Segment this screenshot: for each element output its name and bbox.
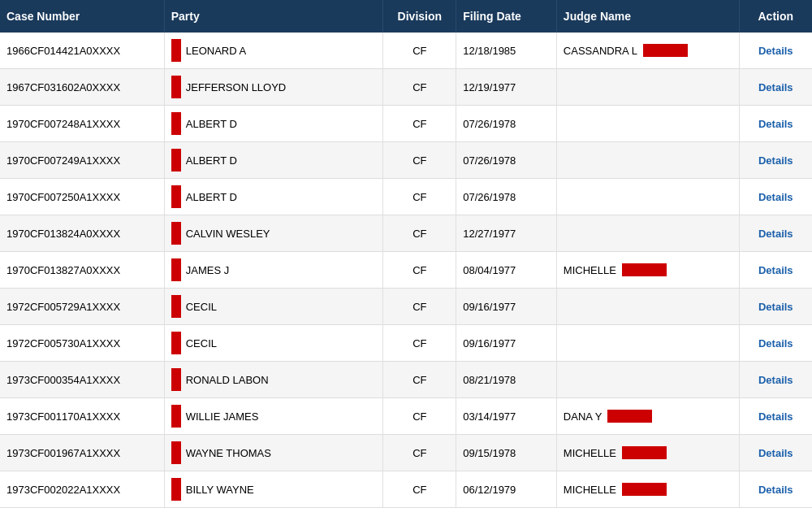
action-cell: Details	[739, 142, 812, 179]
details-link[interactable]: Details	[758, 410, 793, 423]
judge-redacted-bar	[622, 446, 667, 459]
table-row: 1970CF013824A0XXXXCALVIN WESLEYCF12/27/1…	[0, 215, 812, 252]
case-number-cell: 1972CF005730A1XXXX	[0, 325, 164, 362]
details-link[interactable]: Details	[758, 484, 793, 496]
filing-date-cell: 08/21/1978	[456, 362, 557, 398]
party-cell: ALBERT D	[164, 179, 383, 215]
judge-name-cell	[556, 362, 739, 398]
action-cell: Details	[739, 179, 812, 215]
judge-name-cell	[556, 325, 739, 362]
details-link[interactable]: Details	[758, 447, 793, 459]
table-row: 1972CF005730A1XXXXCECILCF09/16/1977Detai…	[0, 325, 812, 362]
division-cell: CF	[383, 471, 456, 508]
table-row: 1966CF014421A0XXXXLEONARD ACF12/18/1985C…	[0, 33, 812, 69]
action-cell: Details	[739, 289, 812, 325]
details-link[interactable]: Details	[758, 154, 793, 167]
judge-name-cell	[556, 69, 739, 106]
filing-date-cell: 12/19/1977	[456, 69, 557, 106]
division-cell: CF	[383, 289, 456, 325]
division-cell: CF	[383, 33, 456, 69]
division-cell: CF	[383, 362, 456, 398]
details-link[interactable]: Details	[758, 301, 793, 313]
judge-name-cell	[556, 142, 739, 179]
case-number-cell: 1973CF002022A1XXXX	[0, 471, 164, 508]
party-name: CALVIN WESLEY	[186, 228, 270, 240]
filing-date-cell: 07/26/1978	[456, 106, 557, 142]
filing-date-cell: 07/26/1978	[456, 142, 557, 179]
party-red-bar	[171, 368, 181, 391]
details-link[interactable]: Details	[758, 81, 793, 93]
details-link[interactable]: Details	[758, 337, 793, 350]
table-row: 1970CF013827A0XXXXJAMES JCF08/04/1977MIC…	[0, 252, 812, 289]
header-party: Party	[164, 0, 383, 33]
judge-name-text: DANA Y	[564, 410, 602, 423]
table-row: 1973CF001170A1XXXXWILLIE JAMESCF03/14/19…	[0, 398, 812, 435]
party-cell: WILLIE JAMES	[164, 398, 383, 435]
party-red-bar	[171, 149, 181, 172]
case-number-cell: 1972CF005729A1XXXX	[0, 289, 164, 325]
judge-name-cell	[556, 215, 739, 252]
party-cell: ALBERT D	[164, 142, 383, 179]
filing-date-cell: 12/27/1977	[456, 215, 557, 252]
filing-date-cell: 09/16/1977	[456, 289, 557, 325]
judge-name-cell	[556, 106, 739, 142]
details-link[interactable]: Details	[758, 191, 793, 203]
party-red-bar	[171, 258, 181, 281]
details-link[interactable]: Details	[758, 264, 793, 276]
action-cell: Details	[739, 471, 812, 508]
party-red-bar	[171, 76, 181, 98]
division-cell: CF	[383, 69, 456, 106]
case-number-cell: 1973CF001170A1XXXX	[0, 398, 164, 435]
party-cell: ALBERT D	[164, 106, 383, 142]
details-link[interactable]: Details	[758, 118, 793, 130]
filing-date-cell: 07/26/1978	[456, 179, 557, 215]
party-name: LEONARD A	[186, 45, 246, 57]
details-link[interactable]: Details	[758, 228, 793, 240]
judge-name-cell: MICHELLE	[556, 435, 739, 471]
party-name: JAMES J	[186, 264, 229, 276]
division-cell: CF	[383, 142, 456, 179]
party-red-bar	[171, 441, 181, 464]
details-link[interactable]: Details	[758, 374, 793, 386]
party-cell: BILLY WAYNE	[164, 471, 383, 508]
judge-name-text: MICHELLE	[564, 264, 616, 276]
table-row: 1970CF007248A1XXXXALBERT DCF07/26/1978De…	[0, 106, 812, 142]
party-name: WAYNE THOMAS	[186, 447, 271, 459]
header-case-number: Case Number	[0, 0, 164, 33]
judge-name-cell: MICHELLE	[556, 471, 739, 508]
division-cell: CF	[383, 325, 456, 362]
party-red-bar	[171, 295, 181, 318]
action-cell: Details	[739, 252, 812, 289]
case-number-cell: 1970CF007250A1XXXX	[0, 179, 164, 215]
table-header-row: Case Number Party Division Filing Date J…	[0, 0, 812, 33]
case-table: Case Number Party Division Filing Date J…	[0, 0, 812, 508]
header-judge-name: Judge Name	[556, 0, 739, 33]
case-number-cell: 1970CF013827A0XXXX	[0, 252, 164, 289]
judge-name-text: CASSANDRA L	[564, 45, 637, 57]
party-cell: CECIL	[164, 325, 383, 362]
division-cell: CF	[383, 179, 456, 215]
table-row: 1970CF007249A1XXXXALBERT DCF07/26/1978De…	[0, 142, 812, 179]
party-cell: JAMES J	[164, 252, 383, 289]
party-name: ALBERT D	[186, 118, 237, 130]
filing-date-cell: 03/14/1977	[456, 398, 557, 435]
table-row: 1973CF001967A1XXXXWAYNE THOMASCF09/15/19…	[0, 435, 812, 471]
filing-date-cell: 09/15/1978	[456, 435, 557, 471]
table-row: 1973CF002022A1XXXXBILLY WAYNECF06/12/197…	[0, 471, 812, 508]
division-cell: CF	[383, 435, 456, 471]
case-number-cell: 1967CF031602A0XXXX	[0, 69, 164, 106]
judge-redacted-bar	[622, 483, 667, 496]
division-cell: CF	[383, 398, 456, 435]
judge-name-cell	[556, 289, 739, 325]
action-cell: Details	[739, 398, 812, 435]
judge-name-cell	[556, 179, 739, 215]
action-cell: Details	[739, 362, 812, 398]
case-number-cell: 1973CF000354A1XXXX	[0, 362, 164, 398]
action-cell: Details	[739, 215, 812, 252]
party-name: RONALD LABON	[186, 374, 269, 386]
judge-name-text: MICHELLE	[564, 447, 616, 459]
details-link[interactable]: Details	[758, 45, 793, 57]
party-cell: CALVIN WESLEY	[164, 215, 383, 252]
filing-date-cell: 06/12/1979	[456, 471, 557, 508]
action-cell: Details	[739, 435, 812, 471]
